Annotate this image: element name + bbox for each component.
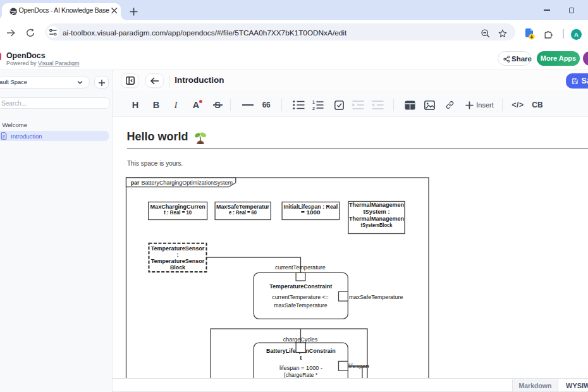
svg-text:t : Real = 10: t : Real = 10: [164, 209, 192, 216]
svg-text:TemperatureConstraint: TemperatureConstraint: [269, 283, 333, 290]
svg-text:BatteryChargingOptimizationSys: BatteryChargingOptimizationSystem: [142, 179, 233, 186]
svg-text:t: t: [300, 354, 302, 361]
svg-text:currentTemperature: currentTemperature: [275, 264, 326, 271]
svg-text:Block: Block: [170, 264, 186, 271]
svg-text:ThermalManagemen: ThermalManagemen: [349, 201, 404, 208]
svg-text:2: 2: [312, 106, 315, 111]
svg-text:lifespan = 1000 -: lifespan = 1000 -: [279, 364, 322, 371]
svg-text:1: 1: [312, 100, 315, 104]
svg-text:maxSafeTemperature: maxSafeTemperature: [274, 302, 327, 309]
svg-text:= 1000: = 1000: [301, 209, 321, 216]
svg-text:ThermalManagemen: ThermalManagemen: [349, 215, 404, 222]
svg-text:(chargeRate *: (chargeRate *: [284, 371, 318, 378]
svg-text:e : Real = 60: e : Real = 60: [229, 209, 257, 216]
svg-text:par: par: [131, 179, 140, 186]
svg-text:currentTemperature <=: currentTemperature <=: [272, 293, 329, 300]
svg-text:lifespan: lifespan: [348, 362, 369, 369]
svg-text:maxSafeTemperature: maxSafeTemperature: [349, 293, 403, 300]
svg-text:chargeCycles: chargeCycles: [283, 336, 318, 343]
svg-text:tSystemBlock: tSystemBlock: [361, 221, 393, 228]
